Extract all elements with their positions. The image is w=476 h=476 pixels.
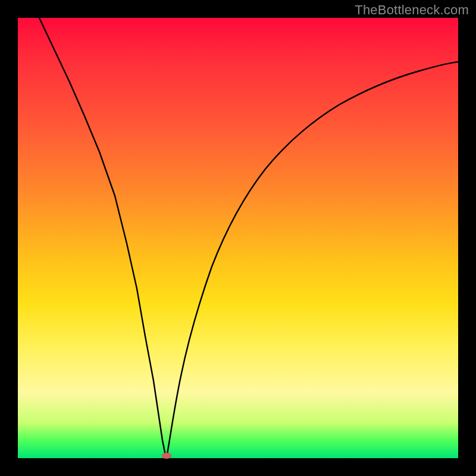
plot-area xyxy=(18,18,458,458)
curve-left-branch xyxy=(39,18,167,458)
chart-frame: TheBottleneck.com xyxy=(0,0,476,476)
watermark-text: TheBottleneck.com xyxy=(355,2,469,18)
curve-right-branch xyxy=(167,62,458,458)
bottleneck-curve xyxy=(18,18,458,458)
minimum-marker xyxy=(162,453,171,459)
